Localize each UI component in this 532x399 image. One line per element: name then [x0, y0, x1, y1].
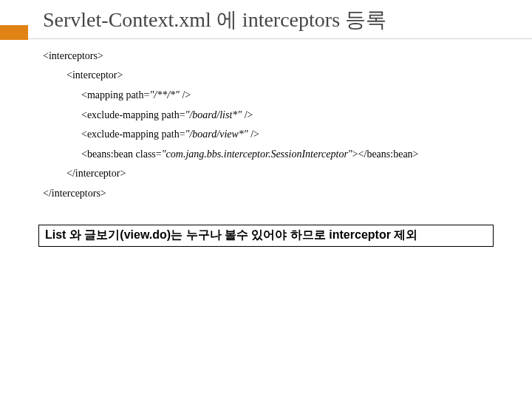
code-seg: ></beans:bean>: [352, 149, 419, 160]
code-seg: <mapping path=: [81, 89, 149, 100]
code-seg-italic: "/**/*": [149, 89, 182, 100]
note-box: List 와 글보기(view.do)는 누구나 볼수 있어야 하므로 inte…: [38, 225, 494, 247]
code-seg: />: [182, 89, 191, 100]
code-seg: />: [250, 129, 259, 140]
code-seg-italic: "/board/list*": [185, 109, 245, 120]
code-seg: <beans:bean class=: [81, 149, 162, 160]
code-block: <interceptors> <interceptor> <mapping pa…: [0, 39, 532, 204]
code-seg: <exclude-mapping path=: [81, 129, 185, 140]
code-seg: />: [245, 109, 253, 120]
code-line: <beans:bean class="com.jang.bbs.intercep…: [43, 145, 532, 165]
code-line: <exclude-mapping path="/board/view*" />: [43, 125, 532, 145]
code-line: <exclude-mapping path="/board/list*" />: [43, 106, 532, 126]
code-line: </interceptors>: [43, 184, 532, 204]
code-line: <interceptor>: [43, 66, 532, 86]
note-text: List 와 글보기(view.do)는 누구나 볼수 있어야 하므로 inte…: [45, 228, 487, 243]
code-seg-italic: "/board/view*": [185, 129, 251, 140]
code-line: <mapping path="/**/*" />: [43, 86, 532, 106]
accent-bar: [0, 25, 28, 40]
title-area: Servlet-Context.xml 에 interceptors 등록: [0, 6, 532, 39]
code-seg-italic: "com.jang.bbs.interceptor.SessionInterce…: [162, 149, 352, 160]
code-seg: <exclude-mapping path=: [81, 109, 185, 120]
page-title: Servlet-Context.xml 에 interceptors 등록: [43, 6, 519, 34]
code-line: <interceptors>: [43, 47, 532, 66]
slide-root: Servlet-Context.xml 에 interceptors 등록 <i…: [0, 0, 532, 399]
code-line: </interceptor>: [43, 164, 532, 184]
